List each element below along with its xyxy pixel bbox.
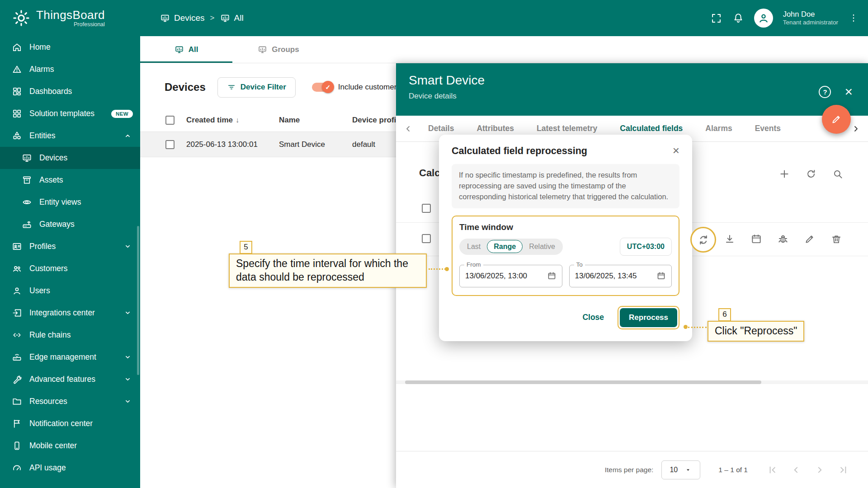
breadcrumb: Devices > All (160, 13, 244, 23)
user-info[interactable]: John Doe Tenant administrator (783, 9, 838, 27)
export-download-icon[interactable] (724, 233, 736, 245)
close-button[interactable]: Close (582, 313, 604, 322)
calendar-icon[interactable] (656, 271, 666, 281)
help-icon[interactable]: ? (819, 86, 831, 98)
sidebar-item-alarms[interactable]: Alarms (0, 58, 140, 80)
delete-trash-icon[interactable] (830, 233, 842, 245)
events-calendar-icon[interactable] (750, 233, 762, 245)
include-customers-toggle[interactable]: ✓ (312, 83, 333, 92)
user-role: Tenant administrator (783, 19, 838, 27)
sidebar-item-resources[interactable]: Resources (0, 390, 140, 413)
sidebar-item-integrations-center[interactable]: Integrations center (0, 302, 140, 324)
sidebar-item-dashboards[interactable]: Dashboards (0, 80, 140, 103)
more-vertical-icon[interactable] (848, 13, 859, 23)
fullscreen-icon[interactable] (710, 12, 722, 24)
device-details-drawer: Smart Device Device details ? × Details … (396, 63, 868, 488)
app-logo[interactable]: ThingsBoard Professional (0, 9, 141, 28)
last-page-icon[interactable] (837, 464, 849, 476)
row-checkbox[interactable] (165, 140, 175, 149)
sidebar-item-label: Assets (39, 175, 63, 185)
tab-groups[interactable]: Groups (232, 36, 325, 63)
previous-page-icon[interactable] (790, 464, 802, 476)
page-size-value: 10 (670, 466, 678, 474)
annotation-connector (429, 268, 446, 270)
sidebar-scrollbar[interactable] (137, 226, 139, 375)
breadcrumb-devices[interactable]: Devices (160, 13, 205, 23)
sidebar-item-assets[interactable]: Assets (0, 169, 140, 191)
chevron-up-icon (123, 131, 133, 141)
users-icon (12, 286, 22, 296)
refresh-icon[interactable] (805, 168, 817, 180)
edit-pencil-icon[interactable] (804, 233, 816, 245)
first-page-icon[interactable] (767, 464, 778, 476)
add-icon[interactable] (778, 168, 790, 180)
notifications-bell-icon[interactable] (732, 12, 744, 24)
chevron-down-icon (123, 308, 133, 318)
sidebar-item-edge-management[interactable]: Edge management (0, 346, 140, 368)
sidebar-item-mobile-center[interactable]: Mobile center (0, 435, 140, 457)
tab-events[interactable]: Events (744, 116, 792, 141)
device-filter-button[interactable]: Device Filter (217, 77, 296, 98)
dialog-close-icon[interactable]: × (673, 145, 679, 156)
dialog-title: Calculated field reprocessing (452, 145, 587, 157)
from-datetime-field[interactable]: From 13/06/2025, 13:00 (459, 265, 562, 287)
breadcrumb-all[interactable]: All (220, 13, 244, 23)
entities-icon (12, 131, 22, 141)
timezone-button[interactable]: UTC+03:00 (620, 238, 672, 256)
option-range[interactable]: Range (487, 240, 523, 253)
sidebar-item-label: Customers (29, 264, 68, 273)
cf-select-all-checkbox[interactable] (422, 204, 431, 213)
sidebar-item-label: Entity views (39, 197, 81, 207)
column-created-time[interactable]: Created time ↓ (186, 116, 279, 125)
sidebar-item-api-usage[interactable]: API usage (0, 457, 140, 479)
sidebar-item-gateways[interactable]: Gateways (0, 213, 140, 235)
tab-all[interactable]: All (140, 36, 232, 63)
sidebar-item-label: API usage (29, 463, 66, 473)
column-name[interactable]: Name (279, 116, 352, 125)
user-name: John Doe (783, 9, 838, 19)
annotation-step-6-number: 6 (718, 308, 731, 321)
sidebar-item-users[interactable]: Users (0, 280, 140, 302)
next-page-icon[interactable] (814, 464, 826, 476)
page-size-select[interactable]: 10 (661, 460, 700, 479)
calendar-icon[interactable] (547, 271, 557, 281)
to-datetime-field[interactable]: To 13/06/2025, 13:45 (569, 265, 672, 287)
sidebar-item-devices[interactable]: Devices (0, 147, 140, 169)
solution-templates-icon (12, 108, 22, 119)
entity-tabbar: All Groups (140, 36, 868, 63)
sidebar-item-profiles[interactable]: Profiles (0, 235, 140, 258)
reprocess-button[interactable]: Reprocess (620, 308, 677, 327)
sidebar-item-entities[interactable]: Entities (0, 125, 140, 147)
option-relative[interactable]: Relative (523, 240, 561, 253)
sidebar-item-customers[interactable]: Customers (0, 258, 140, 280)
annotation-step-6: 6 Click "Reprocess" (708, 321, 804, 342)
horizontal-scrollbar-thumb[interactable] (405, 380, 761, 384)
option-last[interactable]: Last (461, 240, 487, 253)
annotation-step-5-number: 5 (240, 241, 252, 254)
tabs-scroll-right-icon[interactable] (847, 123, 864, 134)
sidebar-item-rule-chains[interactable]: Rule chains (0, 324, 140, 346)
drawer-close-icon[interactable]: × (844, 85, 853, 99)
tabs-scroll-left-icon[interactable] (400, 123, 417, 134)
logo-title: ThingsBoard (36, 9, 105, 22)
user-avatar[interactable] (754, 9, 773, 28)
chevron-down-icon (123, 241, 133, 252)
select-all-checkbox[interactable] (165, 116, 175, 125)
dashboards-icon (12, 86, 22, 97)
tab-alarms[interactable]: Alarms (694, 116, 743, 141)
alarm-warning-icon (12, 64, 22, 75)
sidebar-item-solution-templates[interactable]: Solution templates NEW (0, 103, 140, 125)
sidebar-item-notification-center[interactable]: Notification center (0, 413, 140, 435)
search-icon[interactable] (832, 168, 844, 180)
cf-row-checkbox[interactable] (422, 234, 431, 243)
debug-bug-icon[interactable] (777, 233, 789, 245)
sidebar-item-home[interactable]: Home (0, 36, 140, 58)
from-label: From (464, 261, 483, 268)
reprocess-autorenew-icon[interactable] (697, 234, 710, 246)
gateways-icon (22, 219, 32, 230)
items-per-page-label: Items per page: (605, 466, 654, 474)
sidebar-item-entity-views[interactable]: Entity views (0, 191, 140, 213)
edit-fab-button[interactable] (822, 105, 851, 134)
sidebar-item-advanced-features[interactable]: Advanced features (0, 368, 140, 390)
sidebar-item-label: Users (29, 286, 50, 296)
